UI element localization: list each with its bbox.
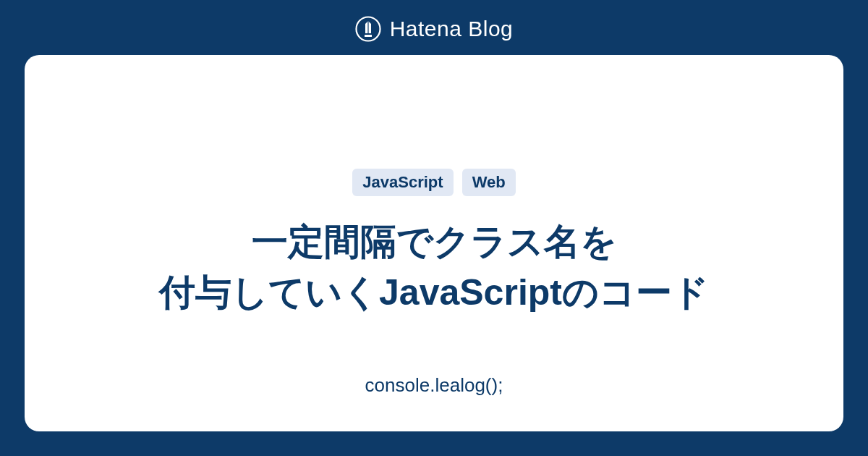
tag-list: JavaScript Web [352,169,515,196]
title-line-2: 付与していくJavaScriptのコード [159,272,709,313]
hatena-logo-icon [355,16,381,42]
brand-name: Hatena Blog [390,17,514,41]
tag-web[interactable]: Web [462,169,516,196]
tag-javascript[interactable]: JavaScript [352,169,453,196]
article-title: 一定間隔でクラス名を 付与していくJavaScriptのコード [159,216,709,318]
content-card: JavaScript Web 一定間隔でクラス名を 付与していくJavaScri… [25,55,843,431]
svg-rect-1 [365,35,372,37]
blog-name[interactable]: console.lealog(); [365,374,503,397]
title-line-1: 一定間隔でクラス名を [252,221,617,262]
header: Hatena Blog [0,0,868,55]
